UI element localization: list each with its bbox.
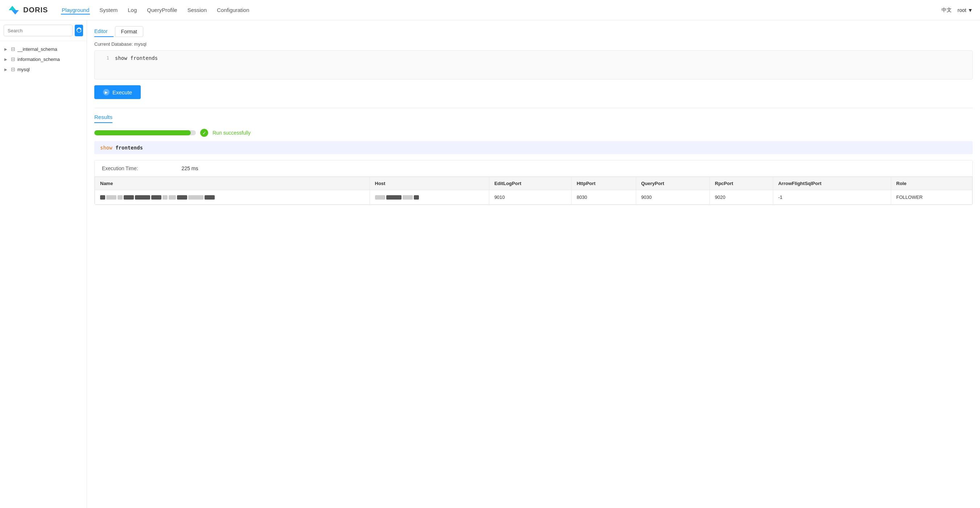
tab-format[interactable]: Format	[115, 26, 143, 37]
tab-editor[interactable]: Editor	[94, 26, 113, 37]
svg-marker-0	[9, 6, 16, 10]
current-database-label: Current Database: mysql	[94, 41, 973, 47]
blur-block	[375, 195, 385, 199]
editor-tabs: Editor Format	[94, 26, 973, 37]
cell-name	[95, 190, 370, 205]
search-area	[0, 20, 87, 41]
main-layout: ▶ ⊟ __internal_schema ▶ ⊟ information_sc…	[0, 20, 980, 508]
execute-label: Execute	[113, 89, 132, 96]
header-right: 中文 root ▼	[942, 7, 973, 13]
divider	[94, 108, 973, 108]
exec-time-label: Execution Time:	[102, 166, 138, 171]
tree-arrow-icon: ▶	[4, 57, 9, 61]
cell-queryport: 9030	[636, 190, 710, 205]
cell-host	[369, 190, 489, 205]
nav-queryprofile[interactable]: QueryProfile	[146, 5, 178, 14]
tree-label: information_schema	[18, 57, 60, 62]
query-keyword-show: show	[100, 145, 113, 151]
blur-block	[414, 195, 419, 199]
blurred-name	[100, 195, 364, 199]
results-tab[interactable]: Results	[94, 114, 113, 123]
blur-block	[118, 195, 123, 199]
logo-area: DORIS	[7, 4, 48, 17]
table-icon: ⊟	[11, 67, 15, 72]
cell-editlogport: 9010	[489, 190, 571, 205]
table-row: 9010 8030 9030 9020 -1 FOLLOWER	[95, 190, 972, 205]
query-keyword-frontends: frontends	[115, 145, 143, 151]
progress-row: ✓ Run successfully	[94, 129, 973, 137]
nav-system[interactable]: System	[99, 5, 118, 14]
table-icon: ⊟	[11, 46, 15, 52]
header: DORIS Playground System Log QueryProfile…	[0, 0, 980, 20]
table-header-row: Name Host EditLogPort HttpPort QueryPort…	[95, 177, 972, 190]
col-arrowflightsqlport: ArrowFlightSqlPort	[773, 177, 891, 190]
blur-block	[169, 195, 176, 199]
user-name: root	[958, 7, 966, 13]
success-text: Run successfully	[213, 130, 251, 136]
nav-configuration[interactable]: Configuration	[216, 5, 250, 14]
cell-arrowflightsqlport: -1	[773, 190, 891, 205]
main-nav: Playground System Log QueryProfile Sessi…	[61, 5, 250, 14]
play-icon: ▶	[103, 89, 110, 96]
results-table: Name Host EditLogPort HttpPort QueryPort…	[95, 177, 972, 205]
col-queryport: QueryPort	[636, 177, 710, 190]
blur-block	[177, 195, 187, 199]
tree-item-information-schema[interactable]: ▶ ⊟ information_schema	[0, 54, 87, 64]
sidebar: ▶ ⊟ __internal_schema ▶ ⊟ information_sc…	[0, 20, 87, 508]
nav-log[interactable]: Log	[127, 5, 137, 14]
execute-button[interactable]: ▶ Execute	[94, 85, 141, 99]
execution-time-row: Execution Time: 225 ms	[95, 160, 972, 177]
blur-block	[151, 195, 161, 199]
logo-text: DORIS	[23, 6, 48, 14]
blur-block	[386, 195, 401, 199]
editor-line-1: 1 show frontends	[95, 54, 972, 62]
tree-arrow-icon: ▶	[4, 47, 9, 51]
cell-httpport: 8030	[571, 190, 636, 205]
progress-bar-background	[94, 130, 196, 135]
tree-item-mysql[interactable]: ▶ ⊟ mysql	[0, 64, 87, 74]
language-button[interactable]: 中文	[942, 7, 952, 13]
cell-role: FOLLOWER	[891, 190, 972, 205]
success-check-icon: ✓	[200, 129, 208, 137]
user-caret-icon: ▼	[968, 7, 973, 13]
code-content: show frontends	[115, 55, 158, 61]
search-button[interactable]	[75, 25, 83, 36]
blur-block	[135, 195, 150, 199]
nav-playground[interactable]: Playground	[61, 5, 90, 14]
content-area: Editor Format Current Database: mysql 1 …	[87, 20, 980, 508]
current-db-value: mysql	[134, 41, 146, 47]
blurred-host	[375, 195, 484, 199]
blur-block	[100, 195, 105, 199]
current-db-prefix: Current Database:	[94, 41, 133, 47]
col-httpport: HttpPort	[571, 177, 636, 190]
progress-bar-fill	[94, 130, 191, 135]
svg-marker-1	[12, 10, 19, 14]
exec-time-value: 225 ms	[182, 166, 198, 171]
tree-arrow-icon: ▶	[4, 67, 9, 72]
col-role: Role	[891, 177, 972, 190]
col-rpcport: RpcPort	[710, 177, 773, 190]
blur-block	[402, 195, 413, 199]
col-host: Host	[369, 177, 489, 190]
blur-block	[124, 195, 134, 199]
blur-block	[162, 195, 167, 199]
blur-block	[106, 195, 116, 199]
tree-label: __internal_schema	[18, 46, 57, 52]
result-table-container: Execution Time: 225 ms Name Host EditLog…	[94, 160, 973, 205]
col-name: Name	[95, 177, 370, 190]
query-display: show frontends	[94, 141, 973, 154]
nav-session[interactable]: Session	[187, 5, 207, 14]
refresh-icon	[76, 27, 82, 33]
doris-logo-icon	[7, 4, 20, 17]
code-editor[interactable]: 1 show frontends	[94, 51, 973, 80]
tree-label: mysql	[18, 67, 30, 72]
table-icon: ⊟	[11, 56, 15, 62]
tree-item-internal-schema[interactable]: ▶ ⊟ __internal_schema	[0, 44, 87, 54]
blur-block	[205, 195, 215, 199]
line-number: 1	[99, 55, 109, 61]
tree-area: ▶ ⊟ __internal_schema ▶ ⊟ information_sc…	[0, 41, 87, 508]
cell-rpcport: 9020	[710, 190, 773, 205]
user-menu-button[interactable]: root ▼	[958, 7, 973, 13]
search-input[interactable]	[4, 25, 73, 36]
col-editlogport: EditLogPort	[489, 177, 571, 190]
